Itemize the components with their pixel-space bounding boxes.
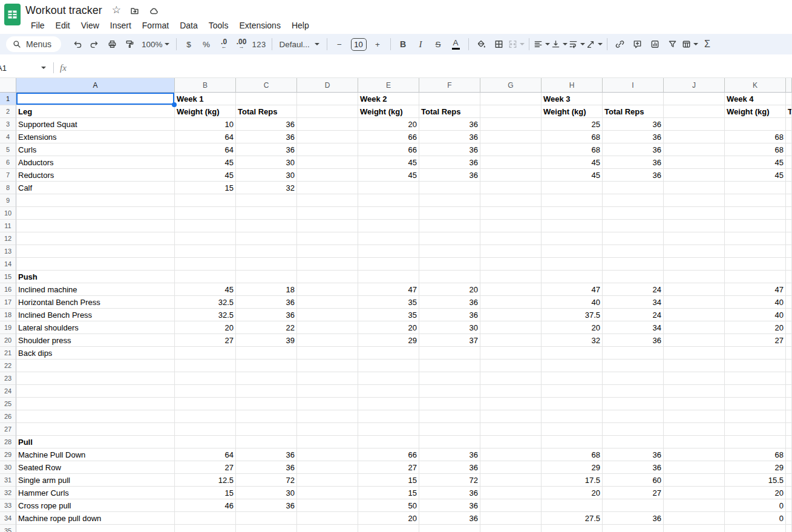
cell-A3[interactable]: Supported Squat: [16, 118, 175, 131]
cell-F30[interactable]: 36: [419, 461, 480, 474]
cell-E31[interactable]: 15: [358, 474, 419, 487]
cell-D13[interactable]: [297, 245, 358, 258]
cell-G22[interactable]: [480, 360, 542, 372]
cell-L16[interactable]: [786, 283, 792, 296]
cell-I28[interactable]: [603, 436, 664, 448]
cell-D2[interactable]: [297, 105, 358, 118]
cell-L18[interactable]: [786, 309, 792, 321]
cell-A27[interactable]: [16, 423, 175, 436]
cell-E18[interactable]: 35: [358, 309, 419, 321]
move-folder-icon[interactable]: [129, 6, 140, 16]
cell-D12[interactable]: [297, 232, 358, 245]
cell-D7[interactable]: [297, 169, 358, 182]
cell-K7[interactable]: 45: [725, 169, 786, 182]
cell-I26[interactable]: [603, 410, 664, 423]
cell-L34[interactable]: [786, 512, 792, 525]
cell-J6[interactable]: [664, 156, 725, 169]
column-header-E[interactable]: E: [358, 78, 419, 93]
cell-L8[interactable]: [786, 182, 792, 194]
cell-E35[interactable]: [358, 525, 419, 532]
cell-L23[interactable]: [786, 372, 792, 385]
cell-C31[interactable]: 72: [236, 474, 297, 487]
select-all-corner[interactable]: [0, 78, 16, 93]
row-header-34[interactable]: 34: [0, 512, 16, 525]
cell-K26[interactable]: [725, 410, 786, 423]
cell-J31[interactable]: [664, 474, 725, 487]
row-header-33[interactable]: 33: [0, 499, 16, 512]
cell-H20[interactable]: 32: [542, 334, 603, 347]
cell-G2[interactable]: [480, 105, 542, 118]
cell-K31[interactable]: 15.5: [725, 474, 786, 487]
cell-G30[interactable]: [480, 461, 542, 474]
document-title[interactable]: Workout tracker: [25, 4, 102, 17]
cell-I8[interactable]: [603, 182, 664, 194]
cell-B20[interactable]: 27: [175, 334, 236, 347]
cell-I5[interactable]: 36: [603, 143, 664, 156]
cell-D29[interactable]: [297, 448, 358, 461]
cell-I34[interactable]: 36: [603, 512, 664, 525]
cell-F22[interactable]: [419, 360, 480, 372]
cell-E16[interactable]: 47: [358, 283, 419, 296]
cell-H33[interactable]: [542, 499, 603, 512]
cell-I32[interactable]: 27: [603, 487, 664, 499]
column-header-G[interactable]: G: [480, 78, 542, 93]
row-header-4[interactable]: 4: [0, 131, 16, 143]
cell-B1[interactable]: Week 1: [175, 93, 236, 105]
cell-F2[interactable]: Total Reps: [419, 105, 480, 118]
cell-J7[interactable]: [664, 169, 725, 182]
cell-E10[interactable]: [358, 207, 419, 220]
cell-G8[interactable]: [480, 182, 542, 194]
cell-A11[interactable]: [16, 220, 175, 232]
cell-J11[interactable]: [664, 220, 725, 232]
cell-E3[interactable]: 20: [358, 118, 419, 131]
row-header-9[interactable]: 9: [0, 194, 16, 207]
cell-L3[interactable]: [786, 118, 792, 131]
column-header-F[interactable]: F: [419, 78, 480, 93]
cell-E15[interactable]: [358, 271, 419, 283]
cell-F21[interactable]: [419, 347, 480, 360]
cell-G19[interactable]: [480, 321, 542, 334]
cell-J1[interactable]: [664, 93, 725, 105]
cell-E21[interactable]: [358, 347, 419, 360]
cell-D28[interactable]: [297, 436, 358, 448]
cell-F17[interactable]: 36: [419, 296, 480, 309]
cell-B13[interactable]: [175, 245, 236, 258]
cell-C1[interactable]: [236, 93, 297, 105]
cell-I31[interactable]: 60: [603, 474, 664, 487]
cell-E14[interactable]: [358, 258, 419, 271]
cell-G25[interactable]: [480, 398, 542, 410]
cell-H35[interactable]: [542, 525, 603, 532]
cell-C24[interactable]: [236, 385, 297, 398]
decrease-font-size-button[interactable]: −: [331, 36, 349, 52]
cell-D33[interactable]: [297, 499, 358, 512]
row-header-1[interactable]: 1: [0, 93, 16, 105]
cell-C11[interactable]: [236, 220, 297, 232]
cell-F8[interactable]: [419, 182, 480, 194]
cell-G9[interactable]: [480, 194, 542, 207]
cell-L2[interactable]: Total Reps: [786, 105, 792, 118]
cell-D10[interactable]: [297, 207, 358, 220]
cell-G15[interactable]: [480, 271, 542, 283]
cell-D19[interactable]: [297, 321, 358, 334]
cell-D8[interactable]: [297, 182, 358, 194]
menu-edit[interactable]: Edit: [50, 19, 76, 31]
cell-J10[interactable]: [664, 207, 725, 220]
row-header-19[interactable]: 19: [0, 321, 16, 334]
cell-A26[interactable]: [16, 410, 175, 423]
cell-A25[interactable]: [16, 398, 175, 410]
formula-input[interactable]: [67, 58, 792, 77]
cell-I30[interactable]: 36: [603, 461, 664, 474]
cell-C14[interactable]: [236, 258, 297, 271]
cell-I2[interactable]: Total Reps: [603, 105, 664, 118]
cell-H34[interactable]: 27.5: [542, 512, 603, 525]
row-header-17[interactable]: 17: [0, 296, 16, 309]
row-header-6[interactable]: 6: [0, 156, 16, 169]
cell-J34[interactable]: [664, 512, 725, 525]
cell-H25[interactable]: [542, 398, 603, 410]
cell-C3[interactable]: 36: [236, 118, 297, 131]
cell-A2[interactable]: Leg: [16, 105, 175, 118]
cell-J13[interactable]: [664, 245, 725, 258]
cell-D4[interactable]: [297, 131, 358, 143]
cell-B3[interactable]: 10: [175, 118, 236, 131]
cell-J2[interactable]: [664, 105, 725, 118]
